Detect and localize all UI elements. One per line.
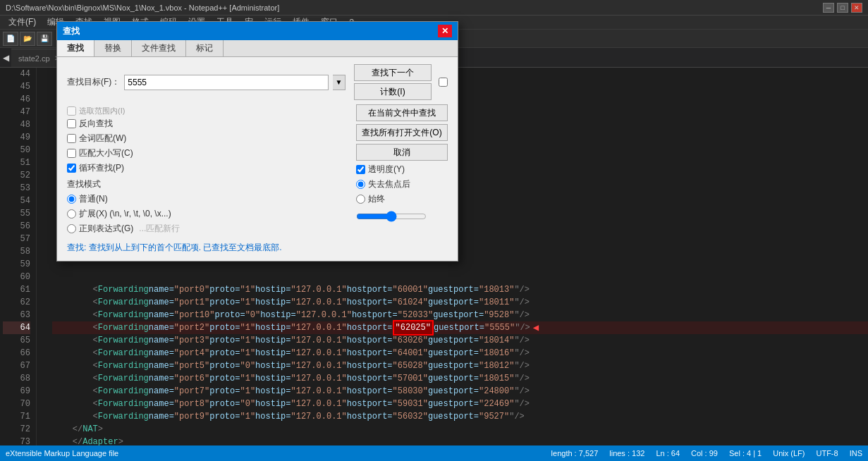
code-line-61: <Forwarding name="port0" proto="1" hosti… (52, 283, 868, 296)
transparency-checkbox-row: 透明度(Y) (356, 164, 448, 176)
in-selection-row: 选取范围内(I) (67, 104, 342, 118)
dialog-tabs: 查找 替换 文件查找 标记 (57, 40, 458, 57)
dialog-close-button[interactable]: ✕ (438, 25, 452, 37)
dialog-tab-findfiles[interactable]: 文件查找 (132, 40, 186, 56)
transparency-slider[interactable] (356, 211, 427, 222)
status-sel: Sel : 4 | 1 (729, 449, 762, 457)
mode-regex-row: 正则表达式(G) ...匹配新行 (67, 223, 342, 235)
loop-search-checkbox[interactable] (67, 164, 76, 173)
code-line-65: <Forwarding name="port3" proto="1" hosti… (52, 334, 868, 347)
code-line-60 (52, 271, 868, 283)
maximize-button[interactable]: □ (837, 3, 848, 13)
dialog-body: 查找目标(F)： ▼ 查找下一个 计数(I) 选取范围内(I) (57, 57, 458, 261)
gutter (37, 68, 45, 445)
reverse-search-label: 反向查找 (79, 118, 113, 130)
find-label: 查找目标(F)： (67, 76, 120, 88)
arrow-indicator: ◀ (533, 321, 539, 334)
code-line-70: <Forwarding name="port8" proto="0" hosti… (52, 398, 868, 410)
in-selection-label: 选取范围内(I) (79, 106, 125, 116)
dialog-left-panel: 选取范围内(I) 反向查找 全词匹配(W) 匹配大小写(C) (67, 104, 342, 238)
status-right: length : 7,527 lines : 132 Ln : 64 Col :… (551, 449, 862, 457)
status-ln: Ln : 64 (656, 449, 680, 457)
window-controls: ─ □ ✕ (823, 3, 862, 13)
code-line-62: <Forwarding name="port1" proto="1" hosti… (52, 296, 868, 309)
status-bar: eXtensible Markup Language file length :… (0, 445, 868, 461)
transparency-label: 透明度(Y) (368, 164, 405, 176)
mode-section: 查找模式 普通(N) 扩展(X) (\n, \r, \t, \0, \x...)… (67, 178, 342, 235)
title-bar: D:\Software\Nox\bin\Bignox\MS\Nox_1\Nox_… (0, 0, 868, 16)
loop-search-row: 循环查找(P) (67, 162, 342, 174)
code-line-72: </NAT> (52, 423, 868, 436)
reverse-search-checkbox[interactable] (67, 119, 76, 128)
menu-file[interactable]: 文件(F) (3, 16, 42, 29)
dialog-middle-section: 选取范围内(I) 反向查找 全词匹配(W) 匹配大小写(C) (67, 104, 448, 238)
transparency-always-label: 始终 (368, 193, 385, 205)
mode-normal-row: 普通(N) (67, 193, 342, 205)
find-mark-checkbox[interactable] (439, 78, 448, 87)
status-mode: INS (850, 449, 862, 457)
minimize-button[interactable]: ─ (823, 3, 834, 13)
close-button[interactable]: ✕ (851, 3, 862, 13)
transparency-focus-label: 失去焦点后 (368, 178, 410, 190)
status-file-type: eXtensible Markup Language file (6, 449, 540, 457)
toolbar-new[interactable]: 📄 (3, 32, 18, 46)
status-col: Col : 99 (691, 449, 718, 457)
mode-extend-radio[interactable] (67, 209, 76, 219)
toolbar-open[interactable]: 📂 (20, 32, 35, 46)
dialog-tab-replace[interactable]: 替换 (94, 40, 132, 56)
code-line-73: </Adapter> (52, 436, 868, 445)
find-next-button[interactable]: 查找下一个 (354, 64, 432, 81)
transparency-focus-row: 失去焦点后 (356, 178, 448, 190)
dialog-tab-mark[interactable]: 标记 (186, 40, 224, 56)
find-all-open-button[interactable]: 查找所有打开文件(O) (356, 124, 448, 141)
search-status-message: 查找: 查找到从上到下的首个匹配项. 已查找至文档最底部. (67, 242, 448, 254)
whole-word-checkbox[interactable] (67, 134, 76, 143)
whole-word-label: 全词匹配(W) (79, 133, 126, 145)
mode-regex-label: 正则表达式(G) (79, 223, 133, 235)
match-case-row: 匹配大小写(C) (67, 147, 342, 159)
in-selection-checkbox[interactable] (67, 106, 76, 116)
find-in-file-button[interactable]: 在当前文件中查找 (356, 104, 448, 121)
search-dropdown-button[interactable]: ▼ (333, 75, 346, 90)
status-length: length : 7,527 (551, 449, 599, 457)
transparency-checkbox[interactable] (356, 165, 365, 174)
mode-regex-radio[interactable] (67, 224, 76, 233)
cancel-button[interactable]: 取消 (356, 144, 448, 161)
dialog-title-text: 查找 (63, 25, 438, 37)
search-input[interactable] (124, 75, 329, 90)
dialog-title-bar: 查找 ✕ (57, 22, 458, 40)
transparency-focus-radio[interactable] (356, 180, 365, 189)
reverse-search-row: 反向查找 (67, 118, 342, 130)
mode-normal-radio[interactable] (67, 195, 76, 204)
toolbar-save[interactable]: 💾 (37, 32, 52, 46)
search-dialog[interactable]: 查找 ✕ 查找 替换 文件查找 标记 查找目标(F)： ▼ 查找下一个 计数(I… (56, 21, 458, 262)
find-target-row: 查找目标(F)： ▼ 查找下一个 计数(I) (67, 64, 448, 100)
status-encoding: UTF-8 (816, 449, 838, 457)
match-case-label: 匹配大小写(C) (79, 147, 133, 159)
tab-state2-label: state2.cp (18, 54, 50, 63)
match-case-checkbox[interactable] (67, 149, 76, 158)
mode-extend-label: 扩展(X) (\n, \r, \t, \0, \x...) (79, 208, 171, 220)
title-text: D:\Software\Nox\bin\Bignox\MS\Nox_1\Nox_… (6, 4, 823, 12)
mode-section-label: 查找模式 (67, 178, 342, 190)
code-line-67: <Forwarding name="port5" proto="0" hosti… (52, 359, 868, 372)
line-numbers: 44 45 46 47 48 49 50 51 52 53 54 55 56 5… (0, 68, 37, 445)
code-line-63: <Forwarding name="port10" proto="0" host… (52, 309, 868, 321)
action-buttons: 在当前文件中查找 查找所有打开文件(O) 取消 (356, 104, 448, 161)
tab-scroll-left[interactable]: ◀ (0, 49, 11, 67)
code-line-69: <Forwarding name="port7" proto="1" hosti… (52, 385, 868, 398)
code-line-64: <Forwarding name="port2" proto="1" hosti… (52, 321, 868, 334)
dialog-right-panel: 在当前文件中查找 查找所有打开文件(O) 取消 透明度(Y) 失去焦点后 (356, 104, 448, 238)
highlighted-hostport: "62025" (393, 320, 434, 336)
dialog-tab-find[interactable]: 查找 (57, 40, 94, 56)
code-line-66: <Forwarding name="port4" proto="1" hosti… (52, 347, 868, 359)
transparency-always-row: 始终 (356, 193, 448, 205)
transparency-always-radio[interactable] (356, 195, 365, 204)
loop-search-label: 循环查找(P) (79, 162, 124, 174)
code-line-71: <Forwarding name="port9" proto="1" hosti… (52, 410, 868, 423)
mode-extend-row: 扩展(X) (\n, \r, \t, \0, \x...) (67, 208, 342, 220)
status-unix-lf: Unix (LF) (773, 449, 805, 457)
code-line-68: <Forwarding name="port6" proto="1" hosti… (52, 372, 868, 385)
transparency-slider-container (356, 208, 448, 224)
count-button[interactable]: 计数(I) (354, 83, 432, 100)
